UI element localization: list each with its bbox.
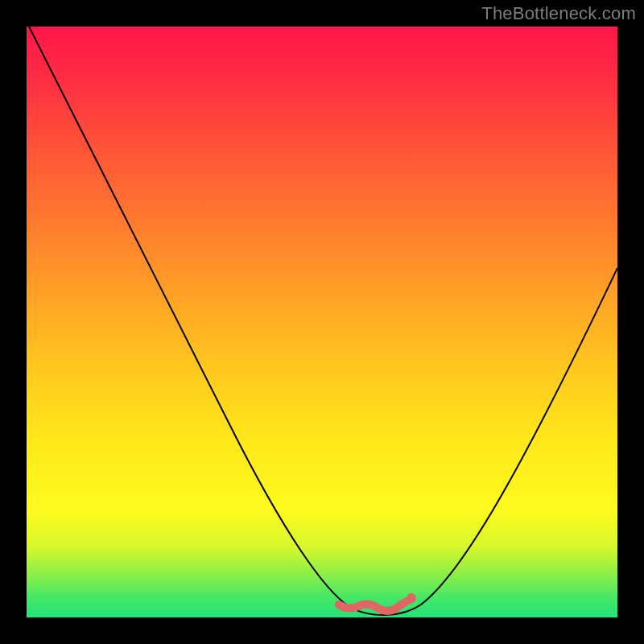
chart-frame: TheBottleneck.com (0, 0, 644, 644)
curve-svg (27, 27, 617, 617)
highlight-band-path (339, 600, 410, 611)
highlight-end-dot (407, 593, 416, 603)
watermark-text: TheBottleneck.com (481, 3, 636, 24)
bottleneck-curve-path (29, 27, 617, 615)
